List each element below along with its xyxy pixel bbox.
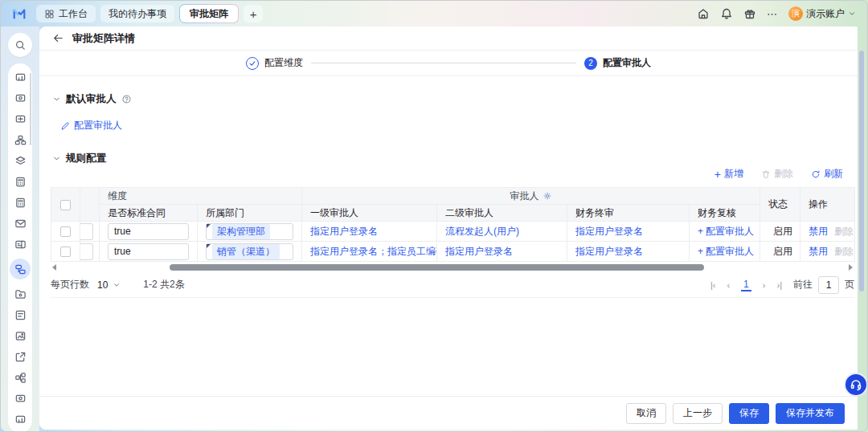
sidebar-item-app-3[interactable] [11, 112, 29, 125]
level1-approver-link[interactable]: 指定用户登录名 [310, 226, 378, 237]
sidebar-item-workflow[interactable] [11, 371, 29, 384]
sidebar-item-monitor-2[interactable] [11, 413, 29, 426]
level1-approver-link[interactable]: 指定用户登录名；指定员工编码 [310, 246, 437, 257]
sidebar-item-org[interactable] [11, 133, 29, 146]
sidebar-search-button[interactable] [8, 33, 32, 57]
sidebar-item-approval-flow-active[interactable] [10, 259, 31, 279]
back-arrow-icon[interactable] [52, 32, 64, 44]
image-doc-icon [14, 330, 27, 342]
section-collapse-icon[interactable] [52, 154, 61, 163]
delete-rule-button[interactable]: 删除 [761, 167, 793, 181]
last-page-button[interactable]: ›| [776, 280, 782, 290]
sidebar-item-layers[interactable] [11, 154, 29, 167]
help-question-icon[interactable] [121, 94, 132, 104]
disable-action[interactable]: 禁用 [809, 246, 828, 257]
current-page-number[interactable]: 1 [741, 279, 751, 291]
scroll-left-arrow-icon[interactable] [52, 264, 56, 271]
finance-final-link[interactable]: 指定用户登录名 [575, 226, 643, 237]
add-rule-button[interactable]: + 新增 [714, 167, 743, 181]
gear-icon[interactable] [542, 191, 552, 201]
bell-icon[interactable] [720, 7, 733, 20]
department-input[interactable]: 架构管理部 [206, 223, 293, 240]
sidebar-item-card[interactable] [11, 238, 29, 251]
customer-service-fab[interactable] [844, 373, 868, 397]
row-checkbox[interactable] [60, 226, 71, 237]
approval-flow-icon [14, 263, 27, 275]
sidebar-item-calc-1[interactable] [11, 175, 29, 188]
gift-icon[interactable] [743, 7, 756, 20]
refresh-button[interactable]: 刷新 [811, 167, 843, 181]
select-all-checkbox[interactable] [60, 200, 71, 210]
workflow-icon [14, 372, 27, 384]
prev-page-button[interactable]: ‹ [727, 280, 730, 290]
approver-group-header: 审批人 [302, 188, 760, 205]
col-standard-contract: 是否标准合同 [100, 205, 198, 222]
goto-page-input[interactable]: 1 [818, 276, 839, 294]
sidebar-item-app-1[interactable] [11, 71, 29, 84]
monitor-icon [14, 393, 27, 405]
tab-workbench[interactable]: 工作台 [36, 5, 96, 22]
sidebar-item-monitor-1[interactable] [11, 392, 29, 405]
status-column-header: 状态 [760, 188, 800, 222]
step-done-check-icon [248, 59, 256, 67]
horizontal-scrollbar[interactable] [51, 262, 854, 272]
new-tab-button[interactable]: + [244, 5, 263, 22]
section-collapse-icon[interactable] [52, 95, 61, 104]
app-window-icon [14, 71, 27, 84]
rows-per-page-select[interactable]: 10 [97, 279, 121, 291]
sidebar-item-export[interactable] [11, 350, 29, 363]
disable-action[interactable]: 禁用 [809, 226, 828, 237]
standard-contract-input[interactable]: true [108, 243, 189, 260]
tab-my-todos[interactable]: 我的待办事项 [100, 5, 174, 22]
standard-contract-input[interactable]: true [108, 223, 189, 240]
sidebar-scrollbar[interactable] [30, 73, 31, 145]
finance-final-link[interactable]: 指定用户登录名 [575, 246, 643, 257]
sidebar-item-mail[interactable] [11, 217, 29, 230]
cell-corner-marker [207, 224, 211, 228]
page-unit-label: 页 [845, 278, 854, 291]
configure-finance-review-link[interactable]: +配置审批人 [698, 245, 754, 259]
vertical-scrollbar-thumb[interactable] [859, 51, 864, 291]
next-page-button[interactable]: › [763, 280, 766, 290]
more-menu-button[interactable]: ⋯ [767, 8, 778, 20]
delete-action[interactable]: 删除 [834, 246, 854, 257]
sidebar-item-form[interactable] [11, 308, 29, 321]
trash-icon [761, 169, 771, 179]
sidebar-item-folder[interactable] [11, 287, 29, 300]
vertical-scrollbar[interactable] [859, 30, 864, 426]
department-input[interactable]: 销管（渠道） [206, 243, 293, 260]
step-configure-dimension[interactable]: 配置维度 [246, 56, 303, 70]
col-level2-approver: 二级审批人 [437, 205, 567, 222]
stepper-connector [311, 63, 576, 63]
sidebar-item-app-2[interactable] [11, 92, 29, 104]
row-checkbox[interactable] [60, 247, 71, 257]
sidebar-item-image-doc[interactable] [11, 329, 29, 342]
delete-action[interactable]: 删除 [834, 226, 854, 237]
level2-approver-link[interactable]: 流程发起人(用户) [445, 226, 519, 237]
folder-icon [14, 288, 27, 300]
save-and-publish-button[interactable]: 保存并发布 [776, 403, 845, 424]
configure-default-approver-link[interactable]: 配置审批人 [60, 119, 845, 132]
cancel-button[interactable]: 取消 [626, 403, 666, 424]
sidebar-item-calc-2[interactable] [11, 196, 29, 209]
first-page-button[interactable]: |‹ [710, 280, 716, 290]
horizontal-scrollbar-thumb[interactable] [170, 264, 704, 271]
clipped-input[interactable] [80, 243, 93, 260]
previous-step-button[interactable]: 上一步 [673, 403, 723, 424]
configure-finance-review-link[interactable]: +配置审批人 [698, 225, 754, 238]
goto-label: 前往 [793, 278, 813, 291]
app-window-icon [14, 92, 27, 104]
stepper: 配置维度 2 配置审批人 [39, 51, 858, 76]
clipped-column-header [80, 188, 100, 222]
app-logo-icon [12, 6, 27, 21]
level2-approver-link[interactable]: 指定用户登录名 [445, 246, 513, 257]
top-bar: 工作台 我的待办事项 审批矩阵 + ⋯ 演 演示账户 [1, 1, 867, 26]
step-configure-approver[interactable]: 2 配置审批人 [584, 56, 651, 70]
account-menu[interactable]: 演 演示账户 [788, 6, 856, 21]
chevron-down-icon [848, 10, 856, 18]
save-button[interactable]: 保存 [729, 403, 769, 424]
scroll-right-arrow-icon[interactable] [849, 264, 853, 271]
home-icon[interactable] [697, 7, 710, 20]
tab-approval-matrix[interactable]: 审批矩阵 [179, 4, 239, 23]
clipped-input[interactable] [80, 223, 93, 240]
